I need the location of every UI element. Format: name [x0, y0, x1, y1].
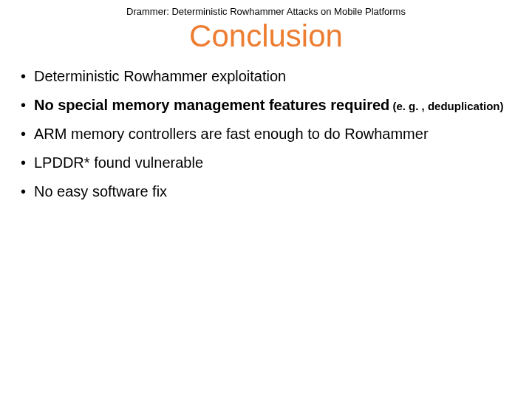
slide-header: Drammer: Deterministic Rowhammer Attacks…: [13, 6, 519, 17]
list-item: ARM memory controllers are fast enough t…: [21, 125, 519, 143]
list-item: Deterministic Rowhammer exploitation: [21, 67, 519, 86]
bullet-main-text: No special memory management features re…: [34, 97, 389, 113]
slide-title: Conclusion: [13, 18, 519, 54]
bullet-list: Deterministic Rowhammer exploitation No …: [13, 67, 519, 201]
slide: Drammer: Deterministic Rowhammer Attacks…: [0, 0, 532, 399]
list-item: No special memory management features re…: [21, 96, 519, 115]
list-item: LPDDR* found vulnerable: [21, 154, 519, 172]
list-item: No easy software fix: [21, 183, 519, 201]
bullet-trail-text: (e. g. , deduplication): [389, 100, 503, 112]
